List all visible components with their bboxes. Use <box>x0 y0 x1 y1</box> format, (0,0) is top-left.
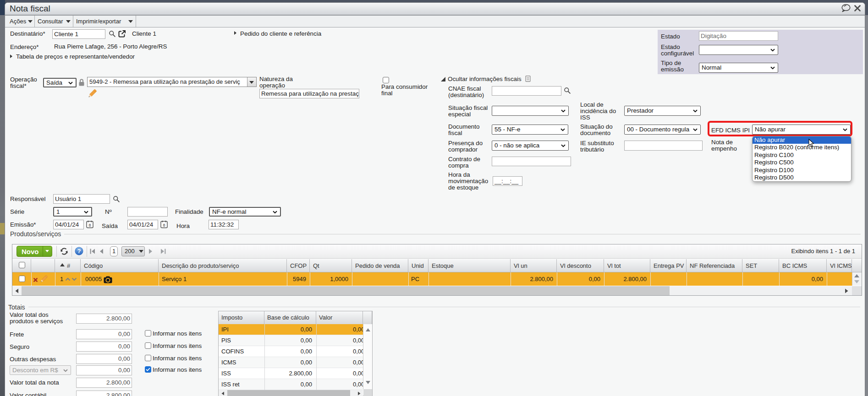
svg-text:?: ? <box>77 248 81 255</box>
svg-text:8: 8 <box>163 223 165 228</box>
svg-text:8: 8 <box>88 223 91 228</box>
